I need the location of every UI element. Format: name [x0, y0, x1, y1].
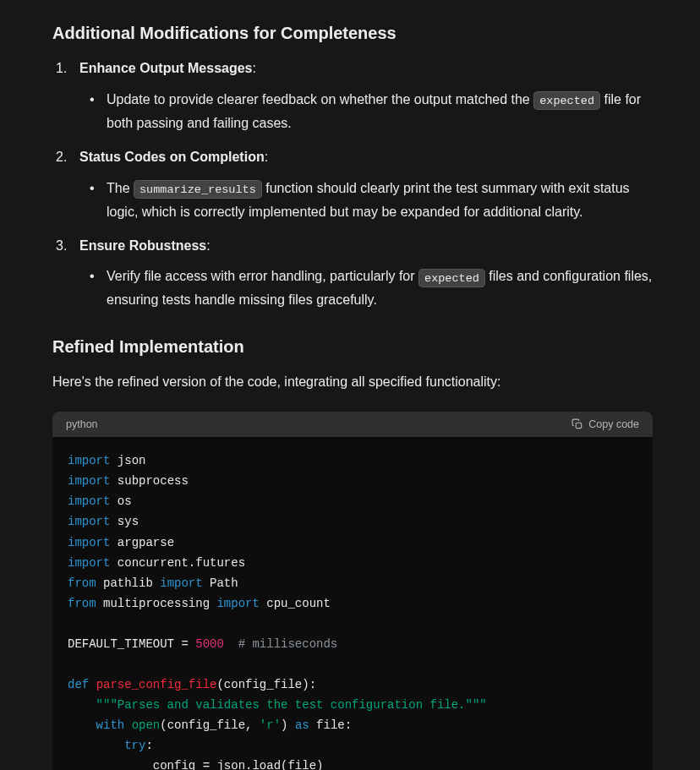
item-title: Enhance Output Messages	[79, 61, 253, 75]
kw-import: import	[216, 597, 259, 610]
kw-import: import	[68, 494, 110, 508]
code-header: python Copy code	[52, 412, 653, 437]
kw-import: import	[160, 576, 202, 590]
assign: DEFAULT_TIMEOUT =	[68, 637, 195, 651]
inline-code-expected: expected	[533, 91, 600, 110]
sub-item: Verify file access with error handling, …	[83, 265, 653, 312]
kw-def: def	[68, 678, 89, 691]
kw-import: import	[68, 515, 110, 528]
sub-item: The summarize_results function should cl…	[83, 177, 653, 224]
colon: :	[145, 739, 152, 752]
mod: concurrent.futures	[110, 556, 245, 570]
copy-label: Copy code	[588, 418, 639, 430]
kw-try: try	[124, 739, 145, 752]
code-content: import json import subprocess import os …	[52, 437, 653, 770]
fn-name: parse_config_file	[96, 678, 217, 691]
modifications-list: Enhance Output Messages: Update to provi…	[56, 58, 653, 312]
args: (config_file,	[160, 718, 260, 732]
name: Path	[203, 576, 238, 590]
comment: # milliseconds	[224, 637, 337, 651]
mod: subprocess	[110, 474, 188, 488]
colon: :	[253, 61, 256, 75]
item-title: Ensure Robustness	[79, 238, 206, 253]
kw-from: from	[68, 576, 96, 590]
list-item-3: Ensure Robustness: Verify file access wi…	[56, 236, 653, 313]
item-title: Status Codes on Completion	[79, 150, 265, 164]
mod: multiprocessing	[96, 597, 217, 610]
kw-import: import	[68, 536, 110, 549]
list-item-1: Enhance Output Messages: Update to provi…	[56, 58, 653, 135]
copy-code-button[interactable]: Copy code	[571, 418, 639, 430]
code-lang-label: python	[66, 418, 98, 430]
kw-import: import	[68, 474, 110, 488]
str: 'r'	[260, 718, 281, 732]
list-item-2: Status Codes on Completion: The summariz…	[56, 147, 653, 224]
kw-import: import	[68, 454, 110, 467]
tail: file:	[309, 718, 352, 732]
article-content: Additional Modifications for Completenes…	[0, 0, 700, 770]
kw-from: from	[68, 597, 96, 610]
kw-as: as	[295, 718, 309, 732]
sig: (config_file):	[216, 678, 316, 691]
kw-import: import	[68, 556, 110, 570]
args: )	[281, 718, 295, 732]
text-part: The	[107, 181, 134, 195]
mod: argparse	[110, 536, 174, 549]
code-block: python Copy code import json import subp…	[52, 412, 653, 770]
docstring: """Parses and validates the test configu…	[96, 698, 487, 712]
inline-code-expected: expected	[418, 269, 485, 287]
line: config = json.load(file)	[68, 759, 323, 770]
builtin-open: open	[132, 718, 161, 732]
mod: sys	[110, 515, 139, 528]
num: 5000	[195, 637, 224, 651]
svg-rect-0	[576, 423, 581, 428]
para-refined: Here's the refined version of the code, …	[52, 372, 653, 393]
kw-with: with	[96, 718, 125, 732]
sub-list: Verify file access with error handling, …	[83, 265, 653, 312]
sub-list: The summarize_results function should cl…	[83, 177, 653, 224]
name: cpu_count	[260, 597, 331, 610]
sub-item: Update to provide clearer feedback on wh…	[83, 88, 653, 135]
colon: :	[265, 150, 268, 164]
copy-icon	[571, 418, 583, 430]
mod: os	[110, 494, 131, 508]
colon: :	[206, 238, 210, 253]
heading-additional: Additional Modifications for Completenes…	[52, 24, 653, 43]
heading-refined: Refined Implementation	[52, 337, 653, 357]
mod: pathlib	[96, 576, 161, 590]
sub-list: Update to provide clearer feedback on wh…	[83, 88, 653, 135]
text-part: Update to provide clearer feedback on wh…	[107, 92, 533, 106]
inline-code-summarize: summarize_results	[134, 180, 262, 199]
mod: json	[110, 454, 145, 467]
text-part: Verify file access with error handling, …	[107, 269, 418, 283]
